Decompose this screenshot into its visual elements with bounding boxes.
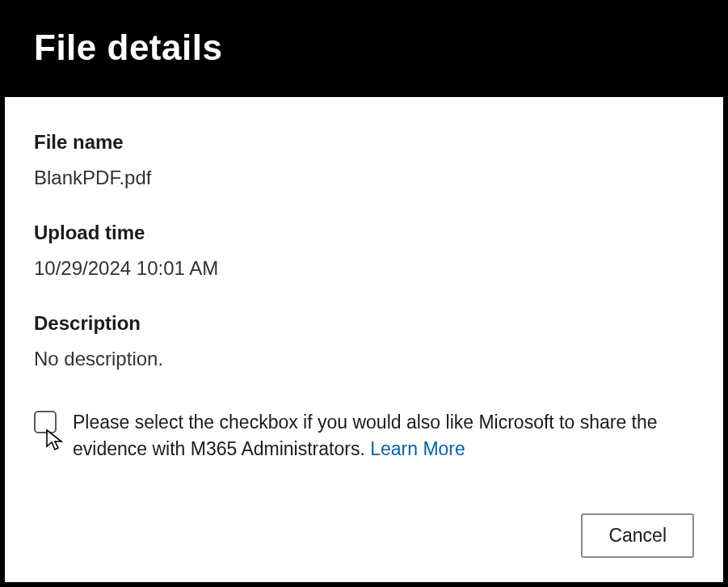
dialog-footer: Cancel (34, 489, 694, 558)
file-name-field: File name BlankPDF.pdf (34, 131, 694, 189)
upload-time-field: Upload time 10/29/2024 10:01 AM (34, 222, 694, 280)
description-value: No description. (34, 348, 694, 370)
dialog-header: File details (5, 5, 723, 97)
consent-text-wrapper: Please select the checkbox if you would … (73, 409, 694, 463)
description-label: Description (34, 312, 694, 335)
share-evidence-checkbox[interactable] (34, 411, 57, 433)
consent-row: Please select the checkbox if you would … (34, 409, 694, 463)
cancel-button[interactable]: Cancel (581, 513, 694, 558)
description-field: Description No description. (34, 312, 694, 370)
dialog-content: File name BlankPDF.pdf Upload time 10/29… (5, 97, 723, 582)
file-name-label: File name (34, 131, 694, 154)
upload-time-value: 10/29/2024 10:01 AM (34, 257, 694, 280)
dialog-title: File details (34, 27, 694, 68)
learn-more-link[interactable]: Learn More (370, 438, 465, 459)
file-name-value: BlankPDF.pdf (34, 167, 694, 189)
file-details-dialog: File details File name BlankPDF.pdf Uplo… (5, 5, 723, 582)
consent-text: Please select the checkbox if you would … (73, 412, 658, 459)
upload-time-label: Upload time (34, 222, 694, 244)
